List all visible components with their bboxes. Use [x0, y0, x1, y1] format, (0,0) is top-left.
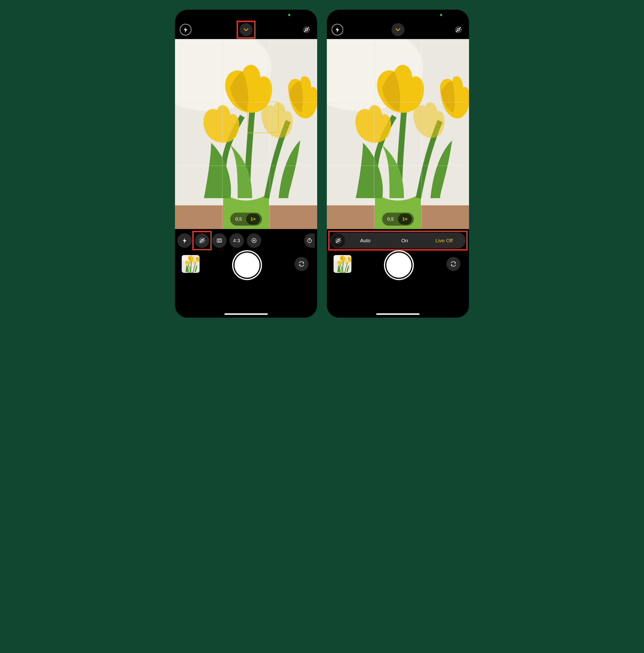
- camera-app-left: 0,5 1× 4:3: [175, 10, 317, 318]
- flash-button[interactable]: [177, 233, 192, 248]
- live-photo-options: Auto On Live Off: [330, 233, 466, 248]
- last-photo-thumbnail[interactable]: [333, 255, 351, 273]
- expand-controls-button[interactable]: [391, 23, 404, 36]
- flip-camera-icon: [298, 261, 305, 267]
- viewfinder-scene: [327, 39, 469, 229]
- flash-icon: [183, 27, 189, 32]
- exposure-button[interactable]: [247, 233, 261, 248]
- shutter-button[interactable]: [234, 252, 259, 278]
- camera-indicator-dot: [440, 14, 442, 16]
- expand-controls-button[interactable]: [240, 23, 253, 36]
- thumbnail-image: [182, 255, 200, 273]
- live-photo-button[interactable]: [195, 233, 209, 248]
- grid-line: [327, 166, 469, 166]
- live-photo-off-icon: [455, 26, 462, 33]
- timer-icon: [306, 238, 312, 243]
- flash-toggle[interactable]: [180, 24, 191, 35]
- zoom-option-0-5x[interactable]: 0,5: [384, 214, 397, 225]
- aspect-ratio-button[interactable]: 4:3: [229, 233, 244, 248]
- photographic-styles-button[interactable]: [212, 233, 227, 248]
- thumbnail-image: [333, 255, 351, 273]
- home-indicator[interactable]: [376, 313, 420, 315]
- live-photo-off-icon: [199, 237, 205, 244]
- styles-icon: [217, 238, 222, 243]
- zoom-selector[interactable]: 0,5 1×: [230, 213, 262, 226]
- grid-line: [374, 39, 374, 229]
- chevron-down-icon: [395, 27, 401, 32]
- home-indicator[interactable]: [224, 313, 268, 315]
- zoom-selector[interactable]: 0,5 1×: [382, 213, 414, 226]
- zoom-option-1x[interactable]: 1×: [398, 214, 412, 225]
- live-option-auto[interactable]: Auto: [346, 236, 385, 245]
- camera-top-bar: [175, 20, 317, 39]
- timer-button[interactable]: [304, 233, 315, 248]
- grid-line: [175, 102, 317, 102]
- live-option-on[interactable]: On: [386, 236, 424, 245]
- shutter-button[interactable]: [386, 252, 412, 278]
- live-photo-off-icon: [335, 237, 341, 244]
- camera-viewfinder[interactable]: 0,5 1×: [327, 39, 469, 229]
- flip-camera-icon: [450, 261, 456, 267]
- live-photo-options-bar: Auto On Live Off: [327, 229, 469, 252]
- zoom-option-1x[interactable]: 1×: [246, 214, 260, 225]
- exposure-icon: [251, 238, 257, 243]
- grid-line: [327, 102, 469, 102]
- flash-toggle[interactable]: [332, 24, 343, 35]
- grid-line: [270, 39, 270, 229]
- live-photo-toggle[interactable]: [453, 24, 464, 35]
- focus-indicator: [247, 102, 279, 133]
- camera-app-right: 0,5 1× Auto On Live Off: [327, 10, 469, 318]
- last-photo-thumbnail[interactable]: [182, 255, 200, 273]
- camera-viewfinder[interactable]: 0,5 1×: [175, 39, 317, 229]
- live-option-off[interactable]: Live Off: [425, 236, 463, 245]
- camera-tool-tray: 4:3: [175, 229, 317, 252]
- status-bar: [327, 10, 469, 20]
- live-photo-icon-button[interactable]: [331, 234, 345, 247]
- zoom-option-0-5x[interactable]: 0,5: [232, 214, 245, 225]
- camera-top-bar: [327, 20, 469, 39]
- camera-flip-button[interactable]: [295, 257, 308, 271]
- live-photo-off-icon: [303, 26, 310, 33]
- chevron-down-icon: [243, 27, 249, 32]
- flash-icon: [335, 27, 340, 32]
- live-photo-toggle[interactable]: [301, 24, 312, 35]
- flash-icon: [182, 238, 188, 243]
- shutter-row: [327, 252, 469, 318]
- viewfinder-scene: [175, 39, 317, 229]
- camera-indicator-dot: [288, 14, 290, 16]
- shutter-row: [175, 252, 317, 318]
- camera-flip-button[interactable]: [446, 257, 460, 271]
- grid-line: [175, 166, 317, 166]
- status-bar: [175, 10, 317, 20]
